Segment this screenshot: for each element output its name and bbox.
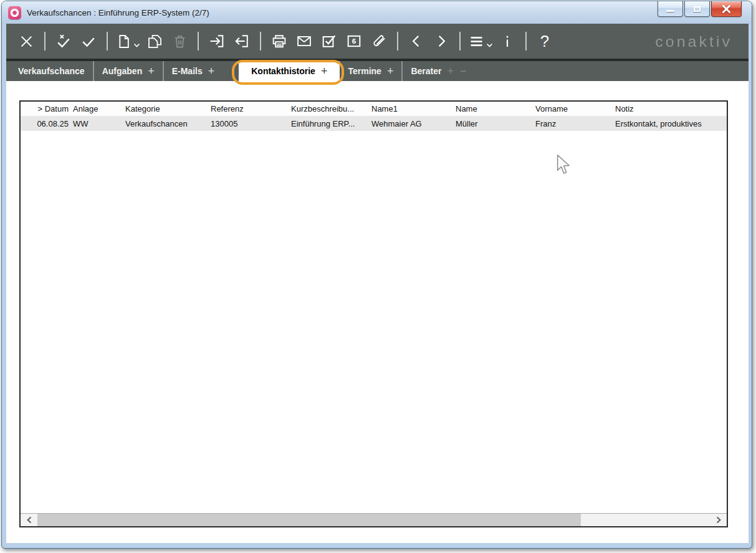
check-out-button[interactable] bbox=[231, 29, 252, 53]
confirm-button[interactable] bbox=[78, 29, 99, 53]
minimize-button[interactable] bbox=[658, 1, 683, 17]
restore-button[interactable] bbox=[684, 1, 710, 17]
add-tab-icon[interactable]: + bbox=[208, 65, 215, 78]
column-header-vorname[interactable]: Vorname bbox=[534, 104, 613, 113]
email-button[interactable] bbox=[294, 29, 315, 53]
column-header-datum[interactable]: > Datum bbox=[21, 104, 71, 113]
previous-record-button[interactable] bbox=[406, 29, 427, 53]
toolbar-separator bbox=[459, 32, 461, 50]
close-icon bbox=[722, 5, 731, 13]
confirm-icon bbox=[80, 32, 97, 50]
new-record-button[interactable] bbox=[115, 29, 140, 53]
cancel-button[interactable] bbox=[16, 29, 37, 53]
tab-verkaufschance[interactable]: Verkaufschance bbox=[10, 61, 93, 81]
toolbar-separator bbox=[198, 32, 199, 50]
help-icon: ? bbox=[537, 32, 553, 50]
screen: Verkaufschancen : Einführung ERP-System … bbox=[0, 0, 756, 553]
chevron-down-icon bbox=[486, 43, 493, 48]
column-header-kurzbeschreibung[interactable]: Kurzbeschreibu... bbox=[289, 104, 370, 113]
task-check-button[interactable] bbox=[318, 29, 340, 53]
add-tab-icon[interactable]: + bbox=[321, 65, 328, 78]
close-button[interactable] bbox=[711, 1, 742, 17]
validate-all-icon bbox=[55, 32, 72, 50]
horizontal-scrollbar[interactable] bbox=[21, 513, 727, 526]
titlebar[interactable]: Verkaufschancen : Einführung ERP-System … bbox=[2, 1, 752, 24]
toolbar: 6 bbox=[6, 24, 749, 59]
toolbar-separator bbox=[525, 32, 527, 50]
record-count-value: 6 bbox=[352, 37, 356, 45]
column-header-name[interactable]: Name bbox=[454, 104, 534, 113]
toolbar-separator bbox=[44, 32, 45, 50]
toolbar-separator bbox=[107, 32, 108, 50]
cancel-icon bbox=[18, 33, 35, 50]
email-icon bbox=[295, 32, 313, 50]
cell-datum: 06.08.25 bbox=[21, 119, 71, 128]
app-icon bbox=[8, 6, 21, 19]
tab-label: Verkaufschance bbox=[18, 66, 85, 76]
previous-record-icon bbox=[408, 33, 424, 49]
help-glyph: ? bbox=[540, 32, 549, 50]
window-title: Verkaufschancen : Einführung ERP-System … bbox=[27, 8, 209, 17]
minimize-icon bbox=[666, 10, 674, 12]
next-record-button[interactable] bbox=[431, 29, 452, 53]
tab-termine[interactable]: Termine + bbox=[340, 61, 401, 81]
tab-berater[interactable]: Berater + − bbox=[401, 61, 474, 81]
table-header-row: > Datum Anlage Kategorie Referenz Kurzbe… bbox=[21, 102, 727, 116]
record-count-icon: 6 bbox=[345, 32, 363, 50]
duplicate-button[interactable] bbox=[144, 29, 165, 53]
cell-referenz: 130005 bbox=[209, 119, 289, 128]
contact-history-table: > Datum Anlage Kategorie Referenz Kurzbe… bbox=[19, 100, 728, 527]
tab-label: Aufgaben bbox=[102, 66, 143, 76]
delete-button[interactable] bbox=[169, 29, 190, 53]
add-tab-icon-disabled: + bbox=[447, 65, 454, 78]
check-in-button[interactable] bbox=[206, 29, 227, 53]
add-tab-icon[interactable]: + bbox=[387, 65, 394, 78]
scroll-left-button[interactable] bbox=[21, 514, 37, 526]
cell-name1: Wehmaier AG bbox=[370, 119, 454, 128]
conaktiv-logo: conaktiv bbox=[655, 32, 732, 50]
tab-strip: Verkaufschance Aufgaben + E-Mails + Kont… bbox=[6, 61, 749, 81]
attachment-button[interactable] bbox=[368, 29, 390, 53]
tab-kontakthistorie[interactable]: Kontakthistorie + bbox=[239, 61, 340, 81]
print-button[interactable] bbox=[269, 29, 290, 53]
column-header-anlage[interactable]: Anlage bbox=[71, 104, 123, 113]
scrollbar-thumb[interactable] bbox=[37, 514, 581, 526]
menu-button[interactable] bbox=[468, 29, 493, 53]
info-button[interactable] bbox=[497, 29, 518, 53]
scroll-right-button[interactable] bbox=[710, 514, 727, 526]
column-header-notiz[interactable]: Notiz bbox=[613, 104, 727, 113]
check-in-icon bbox=[208, 32, 226, 50]
kontakthistorie-panel: > Datum Anlage Kategorie Referenz Kurzbe… bbox=[6, 81, 749, 543]
menu-icon bbox=[468, 33, 485, 50]
duplicate-icon bbox=[146, 33, 163, 50]
table-row[interactable]: 06.08.25 WW Verkaufschancen 130005 Einfü… bbox=[21, 116, 727, 131]
help-button[interactable]: ? bbox=[534, 29, 555, 53]
cell-kategorie: Verkaufschancen bbox=[123, 119, 209, 128]
info-icon bbox=[500, 33, 515, 50]
tab-aufgaben[interactable]: Aufgaben + bbox=[93, 61, 163, 81]
record-count-button[interactable]: 6 bbox=[343, 29, 365, 53]
chevron-down-icon bbox=[133, 43, 140, 48]
mouse-cursor bbox=[557, 154, 573, 176]
validate-all-button[interactable] bbox=[53, 29, 74, 53]
cell-kurzbeschreibung: Einführung ERP... bbox=[289, 119, 370, 128]
scrollbar-track[interactable] bbox=[37, 514, 710, 526]
column-header-name1[interactable]: Name1 bbox=[370, 104, 454, 113]
column-header-referenz[interactable]: Referenz bbox=[209, 104, 289, 113]
restore-icon bbox=[694, 6, 701, 12]
next-record-icon bbox=[433, 33, 449, 49]
cell-name: Müller bbox=[454, 119, 534, 128]
main-area: 6 bbox=[6, 24, 749, 543]
window-controls bbox=[658, 1, 742, 17]
add-tab-icon[interactable]: + bbox=[148, 65, 155, 78]
task-check-icon bbox=[320, 32, 338, 50]
cell-notiz: Erstkontakt, produktives bbox=[613, 119, 727, 128]
tab-emails[interactable]: E-Mails + bbox=[163, 61, 223, 81]
column-header-kategorie[interactable]: Kategorie bbox=[123, 104, 209, 113]
tab-label: Berater bbox=[411, 66, 441, 76]
delete-icon bbox=[171, 33, 188, 50]
attachment-icon bbox=[370, 32, 388, 50]
toolbar-separator bbox=[397, 32, 398, 50]
tab-label: Kontakthistorie bbox=[251, 66, 315, 76]
table-empty-area bbox=[21, 131, 727, 513]
